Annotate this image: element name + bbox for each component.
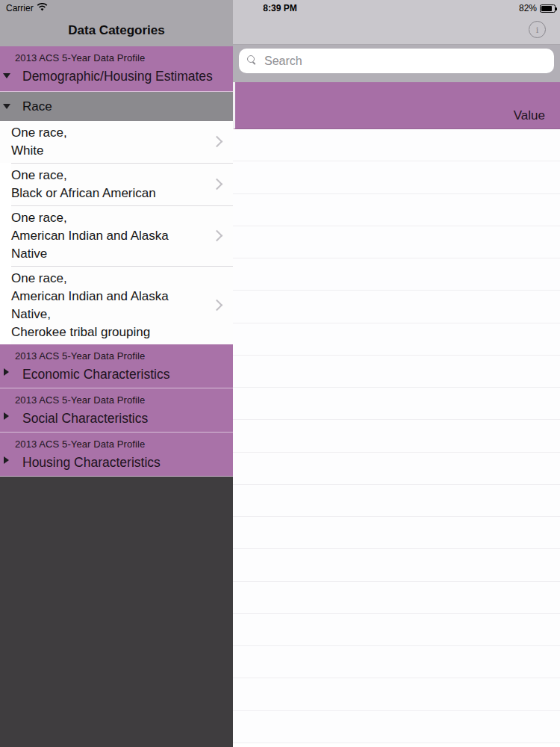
sidebar: Data Categories 2013 ACS 5-Year Data Pro… (0, 0, 233, 747)
table-row (233, 129, 560, 161)
list-item-one-race-cherokee[interactable]: One race, American Indian and Alaska Nat… (11, 266, 233, 344)
search-icon (247, 55, 255, 63)
collapsed-triangle-icon (4, 412, 9, 420)
list-item-one-race-black[interactable]: One race, Black or African American (11, 163, 233, 205)
table-row (233, 646, 560, 678)
section-caption: 2013 ACS 5-Year Data Profile (15, 394, 225, 406)
detail-panel: i Value (233, 0, 560, 747)
section-title: Social Characteristics (22, 411, 225, 427)
subcategory-race[interactable]: Race (0, 92, 233, 121)
table-row (233, 258, 560, 291)
table-row (233, 453, 560, 485)
table-row (233, 614, 560, 646)
table-row (233, 582, 560, 614)
clock: 8:39 PM (0, 3, 560, 13)
table-row (233, 323, 560, 356)
section-caption: 2013 ACS 5-Year Data Profile (15, 350, 225, 362)
section-housing[interactable]: 2013 ACS 5-Year Data Profile Housing Cha… (0, 433, 233, 477)
table-row (233, 517, 560, 549)
value-table-rows (233, 129, 560, 743)
section-title: Demographic/Housing Estimates (22, 69, 225, 84)
search-bar[interactable] (239, 49, 554, 73)
collapsed-triangle-icon (4, 368, 9, 376)
list-item-one-race-aian[interactable]: One race, American Indian and Alaska Nat… (11, 205, 233, 266)
battery-percent: 82% (519, 3, 537, 13)
section-title: Housing Characteristics (22, 455, 225, 471)
section-title: Economic Characteristics (22, 367, 225, 382)
list-item-label: One race, White (11, 124, 67, 160)
status-bar: Carrier 8:39 PM 82% (0, 0, 560, 18)
table-header-band: Value (233, 82, 560, 129)
app-screen: Carrier 8:39 PM 82% Data Categories 2013… (0, 0, 560, 747)
section-caption: 2013 ACS 5-Year Data Profile (15, 438, 225, 450)
subcategory-label: Race (22, 99, 52, 114)
table-row (233, 161, 560, 193)
table-row (233, 711, 560, 743)
table-row (233, 549, 560, 581)
info-button[interactable]: i (529, 21, 546, 38)
search-strip (233, 45, 560, 82)
section-economic[interactable]: 2013 ACS 5-Year Data Profile Economic Ch… (0, 344, 233, 388)
chevron-right-icon (211, 300, 223, 311)
search-input[interactable] (263, 54, 528, 69)
table-row (233, 291, 560, 323)
expand-triangle-icon (3, 104, 10, 109)
section-caption: 2013 ACS 5-Year Data Profile (15, 52, 225, 63)
battery-icon (540, 4, 556, 13)
chevron-right-icon (211, 136, 223, 148)
list-item-label: One race, Black or African American (11, 167, 156, 202)
value-column-header: Value (514, 108, 545, 123)
table-row (233, 356, 560, 388)
table-row (233, 485, 560, 517)
chevron-right-icon (211, 230, 223, 242)
expand-triangle-icon (3, 73, 10, 78)
table-row (233, 194, 560, 226)
table-row (233, 226, 560, 258)
section-demographic-housing[interactable]: 2013 ACS 5-Year Data Profile Demographic… (0, 46, 233, 92)
list-item-one-race-white[interactable]: One race, White (0, 121, 233, 163)
list-item-label: One race, American Indian and Alaska Nat… (11, 270, 208, 341)
table-row (233, 388, 560, 420)
collapsed-triangle-icon (4, 456, 9, 464)
chevron-right-icon (211, 179, 223, 190)
race-list: One race, White One race, Black or Afric… (0, 121, 233, 344)
sidebar-title: Data Categories (68, 23, 164, 38)
section-social[interactable]: 2013 ACS 5-Year Data Profile Social Char… (0, 388, 233, 433)
info-icon: i (536, 24, 539, 36)
table-row (233, 420, 560, 452)
list-item-label: One race, American Indian and Alaska Nat… (11, 209, 208, 263)
table-row (233, 678, 560, 710)
